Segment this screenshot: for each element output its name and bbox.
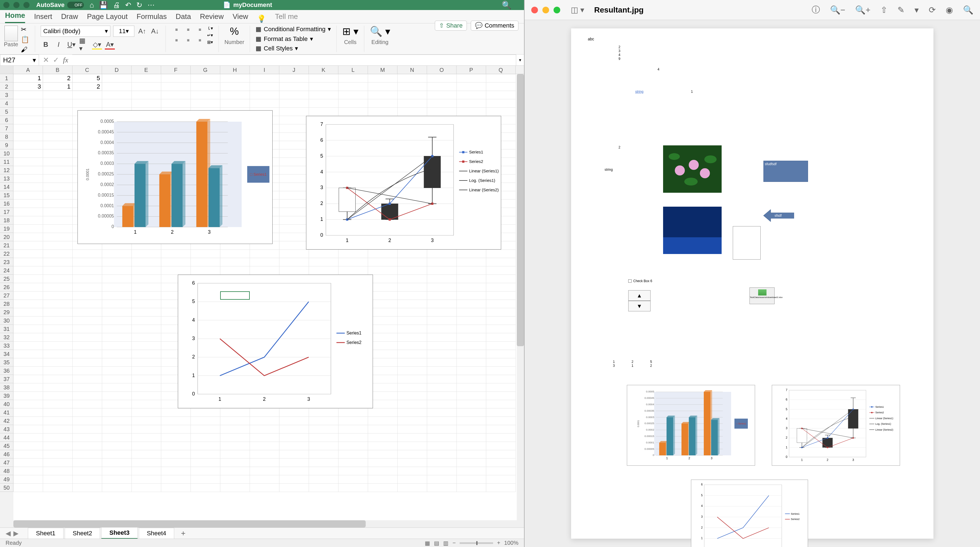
formula-expand-icon[interactable]: ▾ (516, 57, 524, 63)
search-icon[interactable]: 🔍 (502, 0, 511, 10)
row-header[interactable]: 5 (0, 108, 13, 116)
col-header[interactable]: E (132, 66, 161, 74)
sheet-nav-next[interactable]: ▶ (13, 530, 18, 537)
format-painter-icon[interactable]: 🖌 (21, 46, 29, 54)
col-header[interactable]: Q (486, 66, 515, 74)
row-header[interactable]: 44 (0, 433, 13, 442)
zoom-slider[interactable] (460, 542, 493, 544)
cells-area[interactable]: 00.000050.00010.000150.00020.000250.0003… (13, 74, 524, 528)
info-icon[interactable]: ⓘ (811, 4, 820, 16)
row-header[interactable]: 8 (0, 133, 13, 141)
zoom-out-icon[interactable]: 🔍− (830, 5, 845, 15)
tab-data[interactable]: Data (176, 10, 191, 23)
row-header[interactable]: 38 (0, 383, 13, 392)
merge-icon[interactable]: ⊞▾ (207, 40, 213, 45)
sheet-tab-2[interactable]: Sheet2 (65, 528, 100, 539)
row-header[interactable]: 2 (0, 82, 13, 91)
sidebar-toggle-icon[interactable]: ◫ ▾ (571, 5, 584, 14)
row-header[interactable]: 18 (0, 216, 13, 225)
select-all-corner[interactable] (0, 66, 13, 74)
row-header[interactable]: 37 (0, 375, 13, 383)
search-icon[interactable]: 🔍 (963, 5, 973, 15)
data-cell[interactable]: 2 (72, 82, 102, 91)
cells-icon[interactable]: ⊞ ▾ (342, 25, 358, 37)
row-header[interactable]: 34 (0, 350, 13, 358)
col-header[interactable]: K (309, 66, 338, 74)
col-header[interactable]: H (220, 66, 250, 74)
cut-icon[interactable]: ✂ (21, 25, 29, 33)
row-header[interactable]: 15 (0, 191, 13, 200)
zoom-in[interactable]: + (497, 540, 500, 546)
row-header[interactable]: 28 (0, 300, 13, 308)
row-header[interactable]: 40 (0, 400, 13, 408)
row-header[interactable]: 24 (0, 266, 13, 274)
italic-button[interactable]: I (54, 40, 64, 49)
preview-canvas[interactable]: abc 2 3 4 9 4 string 1 2 string sfudfsdf… (525, 20, 980, 547)
horizontal-scrollbar[interactable] (13, 520, 517, 528)
align-top[interactable]: ≡ (172, 25, 181, 34)
highlight-icon[interactable]: ◉ (946, 5, 953, 15)
tab-home[interactable]: Home (5, 9, 25, 23)
col-header[interactable]: L (338, 66, 368, 74)
col-header[interactable]: M (368, 66, 398, 74)
font-color-button[interactable]: A ▾ (105, 40, 115, 49)
row-header[interactable]: 50 (0, 484, 13, 492)
window-zoom[interactable] (554, 7, 560, 13)
row-header[interactable]: 14 (0, 183, 13, 191)
orientation-icon[interactable]: ⤹▾ (207, 25, 213, 31)
row-header[interactable]: 16 (0, 200, 13, 208)
view-layout-icon[interactable]: ▤ (434, 540, 439, 547)
copy-icon[interactable]: 📋 (21, 36, 29, 43)
tab-review[interactable]: Review (200, 10, 224, 23)
row-header[interactable]: 6 (0, 116, 13, 124)
window-zoom[interactable] (24, 2, 30, 8)
row-header[interactable]: 31 (0, 325, 13, 333)
row-header[interactable]: 27 (0, 291, 13, 300)
cancel-formula-icon[interactable]: ✕ (43, 56, 49, 64)
tab-view[interactable]: View (233, 10, 248, 23)
chart-line2[interactable]: 0123456123Series1Series2 (178, 274, 373, 408)
data-cell[interactable]: 5 (72, 74, 102, 82)
col-header[interactable]: O (427, 66, 457, 74)
sheet-tab-3[interactable]: Sheet3 (101, 527, 137, 539)
window-minimize[interactable] (542, 7, 549, 13)
fill-color-button[interactable]: ◇ ▾ (92, 40, 102, 49)
row-header[interactable]: 3 (0, 91, 13, 99)
align-center[interactable]: ≡ (183, 36, 193, 44)
wrap-text-icon[interactable]: ↵▾ (207, 33, 213, 38)
row-header[interactable]: 22 (0, 249, 13, 258)
name-box[interactable]: H27▾ (0, 55, 39, 66)
row-header[interactable]: 47 (0, 458, 13, 467)
chart-boxline[interactable]: 01234567123Series1Series2Linear (Series1… (306, 116, 501, 249)
formula-input[interactable] (72, 55, 516, 66)
share-button[interactable]: ⇧Share (435, 21, 467, 31)
row-header[interactable]: 35 (0, 358, 13, 366)
home-icon[interactable]: ⌂ (89, 1, 94, 10)
row-header[interactable]: 32 (0, 333, 13, 341)
window-close[interactable] (531, 7, 538, 13)
col-header[interactable]: C (72, 66, 102, 74)
window-controls[interactable] (3, 2, 30, 8)
tab-draw[interactable]: Draw (61, 10, 78, 23)
row-header[interactable]: 17 (0, 208, 13, 216)
add-sheet-button[interactable]: + (181, 529, 185, 538)
editing-icon[interactable]: 🔍 ▾ (370, 25, 390, 37)
row-header[interactable]: 42 (0, 417, 13, 425)
percent-icon[interactable]: % (230, 25, 239, 37)
zoom-in-icon[interactable]: 🔍+ (855, 5, 870, 15)
row-header[interactable]: 30 (0, 316, 13, 325)
print-icon[interactable]: 🖨 (113, 1, 120, 10)
view-normal-icon[interactable]: ▦ (425, 540, 430, 547)
row-header[interactable]: 33 (0, 341, 13, 350)
row-header[interactable]: 45 (0, 442, 13, 450)
row-header[interactable]: 29 (0, 308, 13, 316)
align-middle[interactable]: ≡ (183, 25, 193, 34)
bold-button[interactable]: B (41, 40, 51, 49)
tab-formulas[interactable]: Formulas (137, 10, 167, 23)
row-header[interactable]: 13 (0, 174, 13, 183)
col-header[interactable]: B (43, 66, 72, 74)
save-icon[interactable]: 💾 (99, 1, 108, 10)
preview-window-controls[interactable] (531, 7, 560, 13)
data-cell[interactable]: 1 (43, 82, 72, 91)
share-icon[interactable]: ⇧ (880, 5, 888, 15)
